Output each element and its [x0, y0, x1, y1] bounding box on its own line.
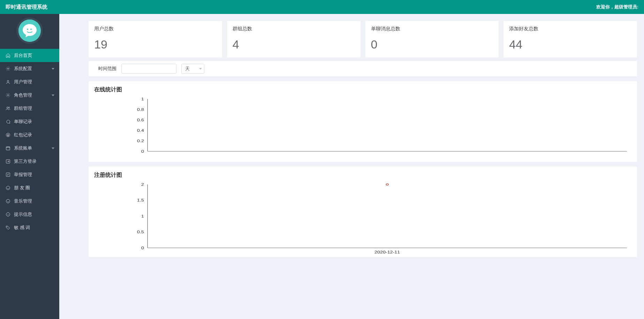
range-label: 时间范围	[98, 66, 116, 72]
stat-value: 19	[94, 38, 217, 51]
sidebar-item-label: 红包记录	[14, 132, 32, 138]
sidebar-item-7[interactable]: 系统账单	[0, 142, 59, 155]
svg-rect-9	[6, 147, 10, 150]
stat-value: 44	[509, 38, 631, 51]
svg-text:0.4: 0.4	[137, 128, 144, 133]
svg-text:0.6: 0.6	[137, 118, 144, 122]
svg-point-31	[386, 184, 388, 185]
sidebar-item-8[interactable]: 第三方登录	[0, 155, 59, 168]
app-title: 即时通讯管理系统	[6, 4, 47, 10]
chevron-down-icon	[52, 68, 54, 70]
stat-card-2: 单聊消息总数0	[365, 21, 499, 58]
svg-text:0.2: 0.2	[137, 139, 144, 143]
yen-icon	[6, 132, 10, 137]
chevron-down-icon	[52, 94, 54, 96]
stat-card-3: 添加好友总数44	[503, 21, 637, 58]
svg-point-1	[27, 29, 28, 30]
stats-row: 用户总数19群组总数4单聊消息总数0添加好友总数44	[89, 21, 637, 58]
stat-value: 4	[233, 38, 355, 51]
svg-text:1: 1	[141, 214, 144, 219]
sidebar-item-4[interactable]: 群组管理	[0, 102, 59, 115]
sidebar: 后台首页系统配置用户管理角色管理群组管理单聊记录红包记录系统账单第三方登录举报管…	[0, 14, 59, 319]
online-chart: 00.20.40.60.81	[94, 97, 631, 160]
time-unit-value: 天	[185, 66, 190, 72]
svg-point-7	[8, 107, 9, 108]
svg-point-4	[7, 80, 9, 82]
sidebar-item-3[interactable]: 角色管理	[0, 89, 59, 102]
smile-icon	[6, 185, 10, 190]
smile-icon	[6, 199, 10, 204]
stat-label: 群组总数	[233, 26, 355, 32]
stat-card-1: 群组总数4	[227, 21, 361, 58]
user-icon	[6, 79, 10, 84]
sidebar-item-label: 朋 友 圈	[14, 185, 30, 191]
svg-text:0.5: 0.5	[137, 230, 144, 234]
info-icon	[6, 212, 10, 217]
sidebar-item-6[interactable]: 红包记录	[0, 128, 59, 142]
svg-point-5	[7, 94, 9, 96]
sidebar-item-label: 系统配置	[14, 66, 32, 72]
sidebar-item-10[interactable]: 朋 友 圈	[0, 181, 59, 195]
svg-point-15	[7, 227, 7, 227]
home-icon	[6, 53, 10, 58]
svg-text:2: 2	[141, 182, 144, 187]
svg-point-2	[30, 29, 32, 30]
chevron-down-icon	[199, 68, 202, 70]
register-chart-title: 注册统计图	[94, 172, 631, 179]
svg-point-6	[7, 107, 8, 108]
svg-text:1: 1	[141, 97, 144, 101]
stat-value: 0	[371, 38, 493, 51]
sidebar-item-2[interactable]: 用户管理	[0, 75, 59, 89]
gear-icon	[6, 93, 10, 98]
nav-list: 后台首页系统配置用户管理角色管理群组管理单聊记录红包记录系统账单第三方登录举报管…	[0, 49, 59, 234]
svg-point-13	[6, 199, 10, 203]
chat-icon	[6, 119, 10, 124]
sidebar-item-label: 举报管理	[14, 172, 32, 178]
tag-icon	[6, 225, 10, 230]
flag-icon	[6, 172, 10, 177]
app-header: 即时通讯管理系统 欢迎你，超级管理员:	[0, 0, 644, 14]
svg-text:0: 0	[141, 246, 144, 250]
sidebar-item-label: 角色管理	[14, 92, 32, 98]
online-chart-title: 在线统计图	[94, 86, 631, 93]
sidebar-item-11[interactable]: 音乐管理	[0, 195, 59, 208]
sidebar-item-label: 音乐管理	[14, 198, 32, 204]
stat-label: 单聊消息总数	[371, 26, 493, 32]
sidebar-item-5[interactable]: 单聊记录	[0, 115, 59, 128]
sidebar-item-label: 用户管理	[14, 79, 32, 85]
sidebar-item-label: 第三方登录	[14, 158, 37, 165]
date-range-input[interactable]	[121, 64, 176, 74]
svg-point-3	[7, 68, 9, 69]
sidebar-item-label: 群组管理	[14, 105, 32, 112]
sidebar-item-13[interactable]: 敏 感 词	[0, 221, 59, 234]
arrow-icon	[6, 159, 10, 164]
stat-label: 添加好友总数	[509, 26, 631, 32]
welcome-text: 欢迎你，超级管理员:	[596, 4, 638, 10]
avatar-wrap	[0, 14, 59, 49]
sidebar-item-label: 提示信息	[14, 211, 32, 218]
sidebar-item-label: 系统账单	[14, 145, 32, 151]
svg-point-12	[6, 186, 10, 190]
sidebar-item-label: 单聊记录	[14, 119, 32, 125]
cal-icon	[6, 146, 10, 151]
sidebar-item-12[interactable]: 提示信息	[0, 208, 59, 221]
register-chart-panel: 注册统计图 00.511.522020-12-11	[89, 167, 637, 257]
filter-bar: 时间范围 天	[89, 61, 637, 76]
users-icon	[6, 106, 10, 111]
sidebar-item-0[interactable]: 后台首页	[0, 49, 59, 62]
sidebar-item-1[interactable]: 系统配置	[0, 62, 59, 75]
svg-text:0.8: 0.8	[137, 107, 144, 112]
time-unit-select[interactable]: 天	[181, 64, 204, 74]
gear-icon	[6, 66, 10, 71]
chat-bubble-icon	[18, 20, 41, 42]
avatar[interactable]	[18, 20, 41, 42]
sidebar-item-label: 后台首页	[14, 52, 32, 59]
sidebar-item-9[interactable]: 举报管理	[0, 168, 59, 181]
register-chart: 00.511.522020-12-11	[94, 182, 631, 256]
main: 用户总数19群组总数4单聊消息总数0添加好友总数44 时间范围 天 在线统计图 …	[59, 14, 644, 319]
svg-text:0: 0	[141, 149, 144, 154]
stat-card-0: 用户总数19	[89, 21, 222, 58]
svg-text:2020-12-11: 2020-12-11	[374, 250, 400, 255]
stat-label: 用户总数	[94, 26, 217, 32]
online-chart-panel: 在线统计图 00.20.40.60.81	[89, 81, 637, 162]
